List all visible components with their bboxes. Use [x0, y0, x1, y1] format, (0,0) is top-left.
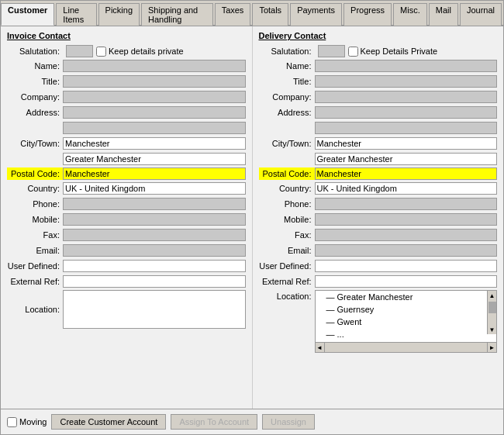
invoice-mobile-input[interactable]	[63, 213, 246, 226]
vertical-scrollbar[interactable]: ▲ ▼	[487, 291, 496, 334]
invoice-name-input[interactable]	[63, 60, 246, 72]
delivery-name-input[interactable]	[315, 60, 498, 72]
tab-payments[interactable]: Payments	[290, 3, 342, 26]
delivery-location-listbox[interactable]: — Greater Manchester — Guernsey — Gwent …	[316, 291, 488, 340]
invoice-postal-row: Postal Code:	[7, 167, 246, 180]
tab-misc[interactable]: Misc.	[393, 3, 427, 26]
invoice-postal-input[interactable]	[63, 167, 246, 180]
unassign-button[interactable]: Unassign	[262, 414, 315, 430]
delivery-title-input[interactable]	[315, 75, 498, 88]
location-item-gwent[interactable]: — Gwent	[316, 316, 488, 328]
invoice-name-row: Name:	[7, 59, 246, 73]
delivery-postal-input[interactable]	[315, 167, 498, 180]
invoice-country-input[interactable]	[63, 182, 246, 195]
invoice-city-row: City/Town:	[7, 136, 246, 150]
delivery-salutation-row: Salutation: Keep Details Private	[259, 45, 498, 57]
location-item-more[interactable]: — ...	[316, 328, 488, 340]
tab-journal[interactable]: Journal	[460, 3, 502, 26]
invoice-salutation-label: Salutation:	[7, 47, 63, 56]
invoice-company-input[interactable]	[63, 91, 246, 103]
delivery-city-row: City/Town:	[259, 136, 498, 150]
delivery-keep-private-label[interactable]: Keep Details Private	[348, 47, 438, 57]
delivery-salutation-label: Salutation:	[259, 47, 315, 56]
delivery-name-row: Name:	[259, 59, 498, 73]
invoice-email-input[interactable]	[63, 244, 246, 257]
bottom-bar: Moving Create Customer Account Assign To…	[1, 409, 503, 434]
invoice-keep-private-checkbox[interactable]	[96, 47, 106, 57]
delivery-title-label: Title:	[259, 77, 315, 86]
invoice-userdefined-input[interactable]	[63, 260, 246, 272]
invoice-address-input1[interactable]	[63, 106, 246, 119]
scroll-track	[325, 343, 488, 352]
invoice-title-row: Title:	[7, 74, 246, 88]
delivery-email-input[interactable]	[315, 244, 498, 257]
delivery-fax-input[interactable]	[315, 229, 498, 241]
invoice-extref-row: External Ref:	[7, 274, 246, 288]
delivery-extref-input[interactable]	[315, 275, 498, 288]
invoice-address-input2[interactable]	[63, 122, 246, 134]
assign-to-account-button[interactable]: Assign To Account	[171, 414, 257, 430]
delivery-userdefined-label: User Defined:	[259, 261, 315, 271]
create-customer-account-button[interactable]: Create Customer Account	[51, 414, 166, 430]
invoice-phone-label: Phone:	[7, 199, 63, 209]
delivery-country-label: Country:	[259, 184, 315, 193]
invoice-title-label: Title:	[7, 77, 63, 86]
delivery-fax-row: Fax:	[259, 228, 498, 242]
delivery-address-input2[interactable]	[315, 122, 498, 134]
invoice-city-input[interactable]	[63, 137, 246, 150]
moving-checkbox[interactable]	[7, 417, 17, 427]
delivery-phone-row: Phone:	[259, 197, 498, 211]
invoice-extref-input[interactable]	[63, 275, 246, 288]
delivery-userdefined-input[interactable]	[315, 260, 498, 272]
delivery-city-input[interactable]	[315, 137, 498, 150]
invoice-city-label: City/Town:	[7, 139, 63, 148]
invoice-keep-private-label[interactable]: Keep details private	[96, 47, 184, 57]
delivery-title-row: Title:	[259, 74, 498, 88]
tab-mail[interactable]: Mail	[429, 3, 458, 26]
horizontal-scrollbar[interactable]: ◄ ►	[315, 343, 498, 353]
invoice-address-row: Address:	[7, 105, 246, 119]
delivery-phone-input[interactable]	[315, 198, 498, 210]
delivery-region-input[interactable]	[315, 153, 498, 165]
invoice-title-input[interactable]	[63, 75, 246, 88]
invoice-address-row2	[7, 121, 246, 135]
invoice-salutation-input[interactable]	[66, 45, 93, 57]
delivery-location-container: — Greater Manchester — Guernsey — Gwent …	[315, 290, 498, 353]
delivery-mobile-input[interactable]	[315, 213, 498, 226]
scroll-right-arrow[interactable]: ►	[487, 343, 496, 352]
scroll-left-arrow[interactable]: ◄	[316, 343, 325, 352]
invoice-extref-label: External Ref:	[7, 277, 63, 286]
moving-label: Moving	[19, 417, 47, 426]
scroll-down-arrow[interactable]: ▼	[489, 326, 495, 334]
invoice-location-label: Location:	[7, 305, 63, 314]
invoice-phone-input[interactable]	[63, 198, 246, 210]
location-item-guernsey[interactable]: — Guernsey	[316, 303, 488, 316]
invoice-fax-input[interactable]	[63, 229, 246, 241]
delivery-address-input1[interactable]	[315, 106, 498, 119]
invoice-region-input[interactable]	[63, 153, 246, 165]
delivery-company-input[interactable]	[315, 91, 498, 103]
moving-checkbox-label[interactable]: Moving	[7, 417, 47, 427]
delivery-salutation-input[interactable]	[318, 45, 345, 57]
tab-totals[interactable]: Totals	[252, 3, 288, 26]
tab-shipping[interactable]: Shipping and Handling	[141, 3, 213, 26]
tab-progress[interactable]: Progress	[343, 3, 392, 26]
tab-picking[interactable]: Picking	[98, 3, 140, 26]
delivery-region-row	[259, 152, 498, 166]
tab-bar: Customer Line Items Picking Shipping and…	[1, 1, 503, 26]
delivery-keep-private-checkbox[interactable]	[348, 47, 358, 57]
invoice-mobile-row: Mobile:	[7, 212, 246, 226]
invoice-location-row: Location:	[7, 290, 246, 329]
tab-customer[interactable]: Customer	[1, 3, 54, 26]
delivery-extref-label: External Ref:	[259, 277, 315, 286]
delivery-fax-label: Fax:	[259, 230, 315, 240]
tab-line-items[interactable]: Line Items	[56, 3, 96, 26]
invoice-phone-row: Phone:	[7, 197, 246, 211]
delivery-country-input[interactable]	[315, 182, 498, 195]
scroll-up-arrow[interactable]: ▲	[489, 292, 495, 300]
delivery-mobile-row: Mobile:	[259, 212, 498, 226]
delivery-location-row: Location: — Greater Manchester — Guernse…	[259, 290, 498, 353]
invoice-location-input[interactable]	[63, 290, 246, 329]
location-item-greater-manchester[interactable]: — Greater Manchester	[316, 291, 488, 303]
tab-taxes[interactable]: Taxes	[215, 3, 251, 26]
